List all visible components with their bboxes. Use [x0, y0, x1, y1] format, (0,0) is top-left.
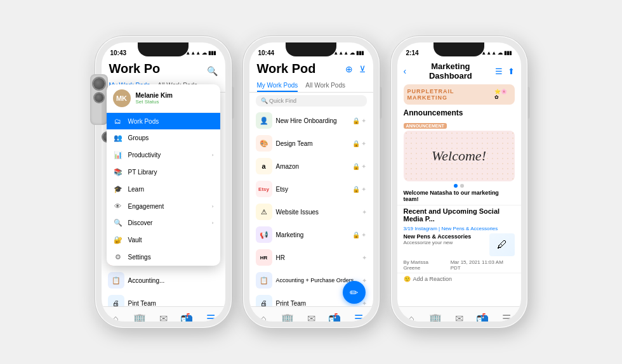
dd-engagement[interactable]: 👁 Engagement › — [107, 198, 220, 214]
settings-icon: ⚙ — [113, 253, 123, 261]
p1-search-icon[interactable]: 🔍 — [207, 66, 218, 76]
dd-label: Learn — [128, 186, 214, 193]
list-icon[interactable]: ☰ — [495, 67, 503, 76]
learn-icon: 🎓 — [113, 185, 123, 193]
item-icon: HR — [256, 249, 272, 266]
dd-label: Groups — [128, 134, 214, 141]
time-2: 10:44 — [258, 49, 275, 56]
carousel-dots — [397, 184, 521, 188]
time-3: 2:14 — [406, 49, 419, 56]
list-item[interactable]: Etsy Etsy 🔒 ✦ — [249, 178, 373, 200]
list-item[interactable]: 🎨 Design Team 🔒 ✦ — [249, 132, 373, 155]
nav-dashboard-1[interactable]: ⌂ Dashboard — [104, 313, 128, 322]
item-label: New Hire Onboarding — [276, 117, 337, 124]
list-item[interactable]: 📢 Marketing 🔒 ✦ — [249, 223, 373, 246]
nav-trailmail-3[interactable]: 📬 Trail Mail — [471, 313, 494, 322]
status-icons-1: ▲▲▲ ☁ ▮▮▮ — [185, 50, 216, 56]
nav-newsfeed-3[interactable]: ✉ News Feed — [447, 313, 470, 322]
nav-dashboard-2[interactable]: ⌂ Dashboard — [252, 313, 275, 322]
chevron-right-icon: › — [212, 204, 214, 209]
dd-label: Vault — [128, 237, 214, 244]
company-icon: 🏢 — [133, 313, 146, 322]
home-icon: ⌂ — [408, 313, 414, 322]
p2-title: Work Pod — [257, 62, 316, 76]
item-actions: 🔒 ✦ — [352, 163, 367, 170]
phone-3-screen: 2:14 ▲▲▲ ☁ ▮▮▮ ‹ Marketing Dashboard ☰ ⬆… — [397, 42, 521, 322]
dd-groups[interactable]: 👥 Groups — [107, 129, 220, 146]
dd-label: Productivity — [128, 152, 207, 159]
list-item[interactable]: HR HR ✦ — [249, 246, 373, 269]
item-icon: Etsy — [256, 181, 272, 197]
list-item[interactable]: ⚠ Website Issues ✦ — [249, 200, 373, 223]
nav-company-3[interactable]: 🏢 Company — [423, 313, 447, 322]
nav-dashboard-3[interactable]: ⌂ Dashboard — [400, 313, 423, 322]
list-item[interactable]: a Amazon 🔒 ✦ — [249, 155, 373, 178]
p2-search-bar[interactable]: 🔍 Quick Find — [256, 95, 367, 107]
post-thumbnail: 🖊 — [489, 233, 515, 256]
productivity-icon: 📊 — [113, 151, 123, 159]
announcements-title: Announcements — [397, 107, 521, 119]
vault-icon: 🔐 — [113, 236, 123, 244]
nav-newsfeed-2[interactable]: ✉ News Feed — [299, 313, 322, 322]
announcement-badge: ANNOUNCEMENT — [404, 123, 447, 129]
tab-all-work-pods-2[interactable]: All Work Pods — [305, 80, 345, 92]
nav-company-2[interactable]: 🏢 Company — [275, 313, 299, 322]
item-actions: 🔒 ✦ — [352, 117, 367, 124]
welcome-card: Welcome! — [404, 131, 515, 181]
reaction-bar[interactable]: 🙂 Add a Reaction — [397, 273, 521, 285]
welcome-text: Welcome! — [432, 148, 486, 164]
nav-trailmail-2[interactable]: 📬 Trail Mail — [323, 313, 347, 322]
home-icon: ⌂ — [112, 313, 119, 322]
dropdown-user-row[interactable]: MK Melanie Kim Set Status — [107, 84, 220, 113]
item-actions: ✦ — [362, 209, 367, 216]
dd-work-pods[interactable]: 🗂 Work Pods — [107, 113, 220, 129]
phone-1: 10:43 ▲▲▲ ☁ ▮▮▮ Work Po 🔍 My Work Pods A… — [95, 36, 232, 328]
item-icon: 🎨 — [256, 135, 272, 152]
nav-trailmail-1[interactable]: 📬 Trail Mail — [175, 313, 199, 322]
item-icon: ⚠ — [256, 204, 272, 220]
p3-header-icons: ☰ ⬆ — [495, 67, 515, 76]
add-reaction-label: Add a Reaction — [413, 276, 453, 282]
list-item[interactable]: 📋 Accounting... — [102, 269, 225, 292]
p3-banner: PURPLETRAIL MARKETING ⭐🌸✿ — [404, 84, 515, 105]
dd-discover[interactable]: 🔍 Discover › — [107, 214, 220, 231]
chevron-right-icon: › — [212, 152, 214, 158]
p3-title: Marketing Dashboard — [409, 62, 492, 81]
user-avatar: MK — [113, 89, 131, 107]
dd-productivity[interactable]: 📊 Productivity › — [107, 146, 220, 164]
banner-decoration: ⭐🌸✿ — [494, 89, 511, 100]
dd-vault[interactable]: 🔐 Vault — [107, 231, 220, 249]
item-label: Etsy — [276, 186, 288, 193]
dd-learn[interactable]: 🎓 Learn — [107, 181, 220, 198]
bottom-nav-1: ⌂ Dashboard 🏢 Company ✉ News Feed 📬 Trai… — [102, 306, 225, 322]
share-icon[interactable]: ⬆ — [508, 67, 515, 76]
nav-more-3[interactable]: ☰ More — [494, 313, 518, 322]
user-name: Melanie Kim — [136, 92, 214, 99]
fab-button[interactable]: ✏ — [343, 281, 366, 304]
item-icon: 📢 — [256, 226, 272, 243]
list-item[interactable]: 👤 New Hire Onboarding 🔒 ✦ — [249, 109, 373, 132]
add-icon[interactable]: ⊕ — [345, 64, 353, 74]
dd-settings[interactable]: ⚙ Settings — [107, 249, 220, 266]
banner-text: PURPLETRAIL MARKETING — [407, 88, 492, 101]
filter-icon[interactable]: ⊻ — [359, 64, 366, 74]
nav-more-2[interactable]: ☰ More — [347, 313, 370, 322]
dd-pt-library[interactable]: 📚 PT Library — [107, 164, 220, 181]
tab-my-work-pods-2[interactable]: My Work Pods — [257, 80, 298, 92]
back-button[interactable]: ‹ — [404, 66, 407, 76]
user-info: Melanie Kim Set Status — [136, 92, 214, 105]
item-icon: 📋 — [256, 272, 272, 289]
nav-more-1[interactable]: ☰ More — [199, 313, 222, 322]
item-label: Accounting... — [128, 277, 165, 284]
notch-3 — [433, 42, 484, 56]
p1-header: Work Po 🔍 — [102, 60, 225, 80]
p2-header-icons: ⊕ ⊻ — [345, 64, 366, 74]
dd-label: Settings — [128, 254, 214, 261]
home-icon: ⌂ — [260, 313, 267, 322]
smiley-icon: 🙂 — [404, 276, 411, 282]
item-label: Accounting + Purchase Orders — [276, 277, 354, 283]
nav-newsfeed-1[interactable]: ✉ News Feed — [151, 313, 175, 322]
nav-company-1[interactable]: 🏢 Company — [128, 313, 151, 322]
bottom-nav-2: ⌂ Dashboard 🏢 Company ✉ News Feed 📬 Trai… — [249, 306, 373, 322]
p2-header: Work Pod ⊕ ⊻ — [249, 60, 373, 80]
